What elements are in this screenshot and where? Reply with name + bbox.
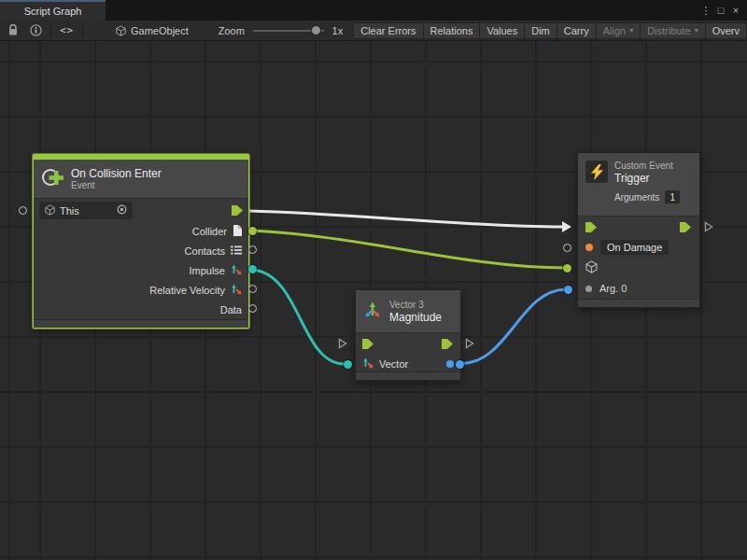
gameobject-label: GameObject	[131, 25, 189, 36]
chevron-down-icon: ▾	[629, 26, 633, 35]
cube-icon	[585, 260, 598, 275]
flow-output-arrow-icon[interactable]	[232, 205, 244, 216]
collision-target-input-port[interactable]	[19, 206, 27, 215]
clear-errors-button[interactable]: Clear Errors	[353, 22, 423, 39]
port-row-contacts[interactable]: Contacts	[34, 241, 248, 260]
vector3-icon	[362, 357, 374, 371]
tab-title: Script Graph	[24, 6, 82, 17]
dim-button[interactable]: Dim	[524, 22, 557, 39]
node-footer	[34, 319, 248, 328]
zoom-label: Zoom	[218, 25, 245, 36]
lock-icon[interactable]	[7, 24, 19, 36]
list-icon	[231, 245, 242, 257]
cube-icon	[116, 25, 126, 36]
zoom-value: 1x	[332, 25, 344, 36]
node-subtitle: Event	[71, 180, 162, 191]
string-port[interactable]	[585, 244, 593, 251]
magnitude-output-port[interactable]	[456, 360, 464, 369]
flow-output-arrow-icon[interactable]	[680, 222, 692, 232]
node-footer	[578, 299, 699, 307]
value-port[interactable]	[585, 286, 592, 292]
gameobject-selector[interactable]: GameObject	[116, 25, 189, 36]
vector3-icon	[231, 264, 242, 277]
node-title: Trigger	[614, 172, 673, 185]
node-trigger-custom-event[interactable]: Custom Event Trigger Arguments 1 On Dama…	[577, 152, 700, 308]
flow-input-arrow-icon[interactable]	[362, 339, 374, 349]
zoom-slider[interactable]	[253, 30, 324, 32]
collision-event-icon	[41, 166, 63, 192]
vector3-icon	[231, 284, 242, 297]
vector3-icon	[363, 301, 382, 323]
port-row-event-name[interactable]: On Damage	[578, 237, 699, 258]
event-target-input-port[interactable]	[563, 264, 571, 273]
port-row-collider[interactable]: Collider	[34, 221, 248, 241]
relations-button[interactable]: Relations	[423, 22, 481, 39]
float-output-port[interactable]	[446, 360, 454, 368]
port-row-target[interactable]	[578, 258, 699, 278]
align-dropdown[interactable]: Align ▾	[596, 22, 641, 39]
code-view-icon[interactable]: <>	[60, 24, 74, 36]
port-row-impulse[interactable]: Impulse	[34, 260, 248, 280]
node-vector3-magnitude[interactable]: Vector 3 Magnitude Vector	[355, 289, 461, 381]
lightning-icon	[585, 161, 608, 183]
maximize-icon[interactable]: □	[713, 2, 728, 19]
toolbar-buttons: Clear Errors Relations Values Dim Carry …	[354, 22, 747, 39]
relative-velocity-output-port[interactable]	[248, 285, 257, 293]
chevron-down-icon: ▾	[695, 26, 698, 35]
flow-hint-triangle	[465, 338, 474, 349]
flow-hint-triangle	[704, 221, 713, 232]
tab-script-graph[interactable]: Script Graph	[0, 0, 106, 21]
port-row-arg0[interactable]: Arg. 0	[578, 278, 699, 299]
arg0-input-port[interactable]	[564, 286, 572, 294]
arguments-row: Arguments 1	[614, 190, 692, 203]
node-type-label: Custom Event	[614, 161, 673, 172]
port-row-data[interactable]: Data	[34, 300, 248, 319]
target-row: This	[34, 199, 248, 221]
flow-row	[356, 333, 460, 354]
tab-bar: Script Graph ⋮ □ ×	[0, 0, 747, 21]
graph-toolbar: <> GameObject Zoom 1x Clear Errors Relat…	[0, 21, 747, 41]
event-name-field[interactable]: On Damage	[600, 240, 669, 255]
window-controls: ⋮ □ ×	[698, 0, 747, 21]
cube-icon	[45, 204, 55, 217]
port-label: Arg. 0	[599, 283, 627, 294]
node-title: On Collision Enter	[71, 167, 162, 180]
contacts-output-port[interactable]	[248, 245, 257, 254]
flow-input-arrow-icon[interactable]	[585, 222, 598, 232]
event-name-input-port[interactable]	[563, 244, 571, 252]
port-label: Vector	[379, 358, 408, 370]
toolbar-separator	[50, 24, 51, 37]
overview-button[interactable]: Overv	[705, 22, 747, 39]
arguments-count-field[interactable]: 1	[665, 190, 680, 203]
target-picker-icon[interactable]	[117, 204, 127, 217]
unity-script-graph-window: Script Graph ⋮ □ × <> GameObject Zoom 1x	[0, 0, 747, 560]
collider-output-port[interactable]	[248, 227, 257, 235]
window-menu-icon[interactable]: ⋮	[698, 2, 713, 19]
carry-button[interactable]: Carry	[557, 22, 597, 39]
document-icon	[233, 225, 242, 238]
data-output-port[interactable]	[248, 304, 257, 313]
toolbar-separator	[82, 24, 83, 37]
values-button[interactable]: Values	[479, 22, 525, 39]
target-value: This	[60, 205, 79, 217]
node-header[interactable]: Custom Event Trigger Arguments 1	[578, 153, 699, 217]
node-footer	[356, 371, 460, 380]
flow-row	[578, 217, 699, 237]
node-type-label: Vector 3	[389, 300, 442, 311]
info-icon[interactable]	[30, 24, 42, 36]
close-icon[interactable]: ×	[728, 2, 743, 19]
node-title: Magnitude	[389, 311, 442, 324]
target-object-field[interactable]: This	[39, 202, 133, 219]
flow-hint-triangle	[338, 338, 347, 349]
impulse-output-port[interactable]	[248, 265, 257, 273]
node-header[interactable]: Vector 3 Magnitude	[356, 290, 460, 333]
node-on-collision-enter[interactable]: On Collision Enter Event This Collider	[33, 154, 249, 329]
vector-input-port[interactable]	[344, 360, 352, 369]
node-header[interactable]: On Collision Enter Event	[34, 160, 248, 199]
zoom-slider-handle[interactable]	[311, 25, 321, 35]
arguments-label: Arguments	[614, 192, 659, 203]
port-row-relative-velocity[interactable]: Relative Velocity	[34, 280, 248, 300]
distribute-dropdown[interactable]: Distribute ▾	[640, 22, 705, 39]
flow-output-arrow-icon[interactable]	[442, 339, 454, 349]
